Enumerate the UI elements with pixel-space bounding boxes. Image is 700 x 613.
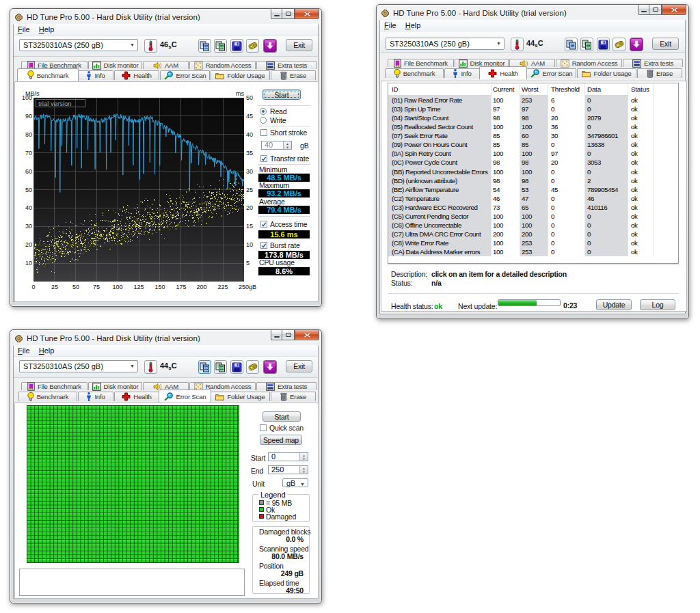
svg-text:trial version: trial version	[38, 100, 72, 107]
